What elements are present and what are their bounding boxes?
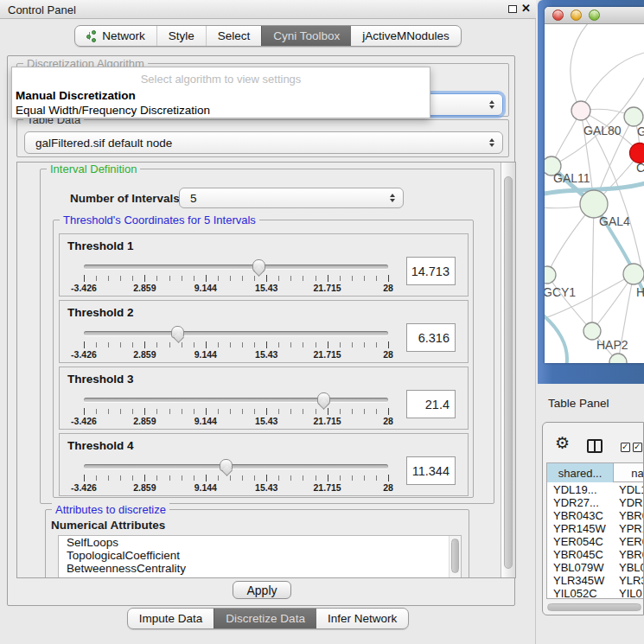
- slider-thumb[interactable]: [171, 326, 184, 338]
- table-row[interactable]: YPR145WYPR1: [547, 522, 644, 535]
- apply-button[interactable]: Apply: [233, 581, 291, 599]
- slider-thumb[interactable]: [220, 459, 233, 471]
- close-icon[interactable]: ✕: [521, 2, 531, 15]
- table-panel-titlebar: Table Panel: [538, 387, 644, 418]
- split-columns-icon[interactable]: [587, 439, 603, 453]
- network-nodes[interactable]: [545, 101, 644, 363]
- list-item[interactable]: BetweennessCentrality: [59, 562, 461, 575]
- threshold-4-slider[interactable]: -3.426 2.859 9.144 15.43 21.715 28: [84, 464, 388, 495]
- bottom-tab-bar: Impute Data Discretize Data Infer Networ…: [0, 608, 536, 629]
- tab-discretize-data[interactable]: Discretize Data: [214, 609, 316, 628]
- threshold-panel-3: Threshold 3 -3.426 2.859 9.: [59, 367, 469, 430]
- group-title: Attributes to discretize: [52, 503, 169, 516]
- table-row[interactable]: YBR045CYBR0: [547, 548, 644, 561]
- slider-track[interactable]: [84, 331, 388, 335]
- close-traffic-light-icon[interactable]: [552, 10, 564, 21]
- number-of-intervals-combobox[interactable]: 5: [179, 188, 404, 208]
- threshold-label: Threshold 3: [67, 373, 134, 386]
- slider-ticks: [84, 409, 388, 414]
- threshold-panel-4: Threshold 4 -3.426 2.859 9.: [59, 433, 469, 496]
- threshold-panel-2: Threshold 2 -3.426 2.859 9.: [59, 300, 469, 363]
- table-row[interactable]: YDR27...YDR2: [547, 496, 644, 509]
- tab-cyni-label: Cyni Toolbox: [273, 29, 340, 42]
- popup-placeholder: Select algorithm to view settings: [12, 73, 430, 86]
- slider-track[interactable]: [84, 398, 388, 402]
- checkbox-icon[interactable]: [621, 443, 630, 452]
- threshold-4-value-field[interactable]: 11.344: [406, 456, 456, 485]
- threshold-label: Threshold 2: [67, 306, 134, 319]
- threshold-1-value-field[interactable]: 14.713: [406, 257, 456, 285]
- slider-tick-labels: -3.426 2.859 9.144 15.43 21.715 28: [84, 416, 388, 427]
- node-cut-right-top[interactable]: [624, 107, 643, 126]
- settings-scrollbar[interactable]: [501, 163, 515, 577]
- network-icon: [86, 30, 98, 42]
- threshold-2-value-field[interactable]: 6.316: [406, 323, 456, 352]
- control-panel-titlebar: Control Panel ✕: [0, 0, 536, 19]
- column-header-name[interactable]: name: [614, 463, 644, 482]
- popup-option-manual-discretization[interactable]: Manual Discretization: [16, 89, 136, 102]
- scrollbar-thumb[interactable]: [504, 176, 513, 569]
- slider-thumb[interactable]: [317, 392, 330, 405]
- tab-infer-label: Infer Network: [328, 612, 397, 625]
- slider-ticks: [84, 276, 388, 281]
- threshold-3-value-field[interactable]: 21.4: [406, 390, 456, 418]
- tab-cyni-toolbox[interactable]: Cyni Toolbox: [261, 26, 351, 46]
- node-gal80[interactable]: [571, 101, 590, 120]
- top-tab-bar: Network Style Select Cyni Toolbox jActiv…: [0, 25, 536, 47]
- node-cut-right-mid[interactable]: [623, 264, 644, 284]
- list-scrollbar[interactable]: [449, 536, 461, 577]
- node-hap2[interactable]: [583, 322, 601, 340]
- threshold-1-slider[interactable]: -3.426 2.859 9.144 15.43 21.715 28: [84, 265, 388, 296]
- gear-icon[interactable]: ⚙: [555, 435, 570, 451]
- table-data-group: Table Data galFiltered.sif default node: [16, 119, 509, 157]
- table-data-combobox[interactable]: galFiltered.sif default node: [24, 131, 503, 154]
- tab-infer-network[interactable]: Infer Network: [316, 609, 408, 628]
- table-horizontal-scrollbar[interactable]: [547, 603, 641, 611]
- column-header-shared-name[interactable]: shared...: [547, 463, 614, 482]
- table-header-row: shared... name: [547, 463, 644, 482]
- tab-style[interactable]: Style: [156, 26, 206, 46]
- slider-track[interactable]: [84, 265, 388, 269]
- tab-impute-data[interactable]: Impute Data: [128, 609, 214, 628]
- tab-discretize-label: Discretize Data: [226, 612, 305, 625]
- table-data-value: galFiltered.sif default node: [35, 137, 172, 150]
- list-item[interactable]: TopologicalCoefficient: [59, 549, 461, 562]
- minimize-traffic-light-icon[interactable]: [571, 10, 582, 21]
- settings-scrollpane: Interval Definition Number of Intervals …: [16, 162, 516, 578]
- popup-option-equal-width-frequency[interactable]: Equal Width/Frequency Discretization: [16, 104, 210, 117]
- list-item[interactable]: SelfLoops: [59, 536, 461, 549]
- table-row[interactable]: YIL052CYIL0: [547, 587, 644, 599]
- algorithm-dropdown-popup: Select algorithm to view settings Manual…: [11, 67, 430, 118]
- table-row[interactable]: YDL19...YDL1: [547, 483, 644, 496]
- slider-tick-labels: -3.426 2.859 9.144 15.43 21.715 28: [84, 349, 388, 360]
- network-canvas[interactable]: GAL80 G C GAL11 GAL4 GCY1 H HAP2: [545, 24, 644, 363]
- slider-thumb[interactable]: [252, 259, 265, 271]
- threshold-2-slider[interactable]: -3.426 2.859 9.144 15.43 21.715 28: [84, 331, 388, 362]
- zoom-traffic-light-icon[interactable]: [589, 10, 600, 21]
- table-row[interactable]: YER054CYER0: [547, 535, 644, 548]
- threshold-3-slider[interactable]: -3.426 2.859 9.144 15.43 21.715 28: [84, 398, 388, 429]
- tab-jactivemnodules[interactable]: jActiveMNodules: [351, 26, 461, 46]
- slider-track[interactable]: [84, 464, 388, 469]
- table-row[interactable]: YBL079WYBL0: [547, 561, 644, 574]
- slider-ticks: [84, 475, 388, 481]
- checkbox-icon[interactable]: [633, 443, 642, 452]
- label-gal11: GAL11: [553, 171, 590, 185]
- numerical-attributes-list[interactable]: SelfLoops TopologicalCoefficient Between…: [58, 535, 462, 577]
- stepper-icon: [489, 100, 494, 109]
- float-window-icon[interactable]: [508, 5, 517, 13]
- group-title: Interval Definition: [47, 163, 140, 175]
- label-cut-h: H: [636, 285, 644, 299]
- cyni-content-panel: Discretization Algorithm Select algorith…: [7, 55, 515, 606]
- table-row[interactable]: YBR043CYBR0: [547, 509, 644, 522]
- node-gcy1[interactable]: [545, 266, 556, 284]
- table-panel: ⚙ shared... name YDL19...YDL1 YDR27...YD…: [542, 422, 644, 615]
- attributes-group: Attributes to discretize Numerical Attri…: [45, 509, 469, 577]
- network-window-frame: GAL80 G C GAL11 GAL4 GCY1 H HAP2: [538, 0, 644, 384]
- label-cut-c: C: [636, 161, 644, 175]
- tab-select[interactable]: Select: [206, 26, 262, 46]
- tab-network[interactable]: Network: [75, 26, 156, 46]
- stepper-icon: [390, 194, 395, 202]
- table-row[interactable]: YLR345WYLR3: [547, 574, 644, 587]
- tab-network-label: Network: [102, 29, 145, 42]
